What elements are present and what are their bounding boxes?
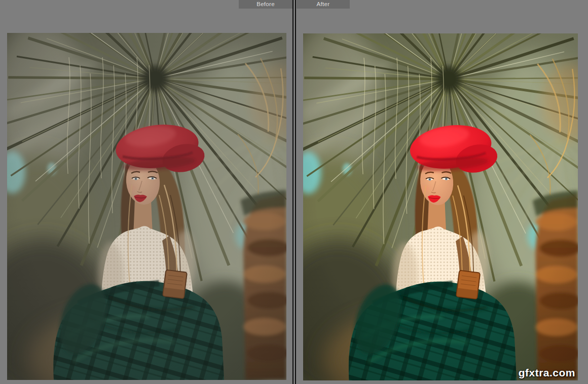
before-pane-label: Before: [239, 0, 292, 9]
before-photo[interactable]: [7, 33, 286, 380]
after-photo[interactable]: gfxtra.com: [303, 33, 578, 380]
after-pane-label: After: [297, 0, 350, 9]
watermark: gfxtra.com: [519, 367, 575, 379]
split-divider[interactable]: [292, 0, 296, 384]
before-after-view: Before After: [0, 0, 588, 384]
